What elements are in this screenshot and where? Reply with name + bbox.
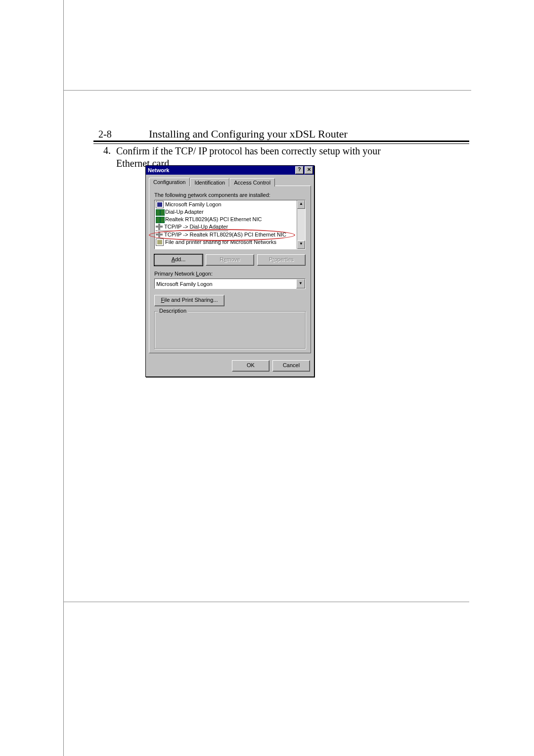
btn-label: dd... [175,256,185,262]
list-item-label: Microsoft Family Logon [165,201,222,208]
list-item-label: TCP/IP -> Realtek RTL8029(AS) PCI Ethern… [164,231,286,238]
label-text: Primary Network [154,271,196,277]
header-rule-thin [93,143,469,144]
client-icon [156,201,164,208]
components-listbox[interactable]: Microsoft Family Logon Dial-Up Adapter R… [154,200,306,249]
scroll-down-button[interactable]: ▼ [297,240,305,249]
groupbox-title: Description [158,308,188,314]
chevron-down-icon[interactable]: ▼ [296,279,305,288]
btn-label: Properties [269,256,294,262]
list-item[interactable]: Microsoft Family Logon [156,201,296,208]
description-groupbox: Description [154,311,306,349]
page-number: 2-8 [98,129,112,140]
listbox-inner: Microsoft Family Logon Dial-Up Adapter R… [155,200,297,249]
list-item[interactable]: Realtek RTL8029(AS) PCI Ethernet NIC [156,216,296,223]
add-button[interactable]: Add... [154,254,203,266]
list-item[interactable]: Dial-Up Adapter [156,208,296,216]
tab-panel-configuration: The following network components are ins… [149,186,311,353]
label-text: The following [154,192,188,198]
file-print-sharing-button[interactable]: File and Print Sharing... [154,295,224,306]
protocol-icon [156,224,163,230]
help-button[interactable]: ? [295,166,304,174]
adapter-icon [156,209,164,215]
page-header: Installing and Configuring your xDSL Rou… [149,128,348,141]
components-button-row: Add... Remove Properties [154,254,306,266]
primary-logon-combo[interactable]: Microsoft Family Logon ▼ [154,279,306,289]
tab-access-control[interactable]: Access Control [229,178,275,187]
dialog-bottom-buttons: OK Cancel [146,356,314,377]
list-item-label: Dial-Up Adapter [165,208,204,216]
cancel-button[interactable]: Cancel [272,360,310,372]
listbox-scrollbar[interactable]: ▲ ▼ [297,200,305,249]
list-item[interactable]: File and printer sharing for Microsoft N… [156,238,296,246]
service-icon [156,238,164,246]
remove-button: Remove [206,254,254,266]
dialog-title: Network [148,166,169,175]
btn-label: ile and Print Sharing... [164,297,218,303]
scroll-up-button[interactable]: ▲ [297,200,305,209]
tab-identification[interactable]: Identification [190,178,229,187]
list-item-label: Realtek RTL8029(AS) PCI Ethernet NIC [165,216,262,223]
tab-strip: Configuration Identification Access Cont… [149,177,311,186]
list-item-label: TCP/IP -> Dial-Up Adapter [164,223,228,231]
primary-logon-label: Primary Network Logon: [154,271,306,277]
protocol-icon [156,232,163,238]
step-number: 4. [103,145,111,156]
btn-label: Remove [220,256,240,262]
label-text: ogon: [199,271,213,277]
ok-button[interactable]: OK [232,360,269,372]
list-item-label: File and printer sharing for Microsoft N… [165,238,276,246]
components-label: The following network components are ins… [154,192,306,198]
document-page: 2-8 Installing and Configuring your xDSL… [63,0,469,756]
label-text: etwork components are installed: [191,192,270,198]
list-item[interactable]: TCP/IP -> Dial-Up Adapter [156,223,228,231]
list-item[interactable]: TCP/IP -> Realtek RTL8029(AS) PCI Ethern… [156,231,296,238]
dialog-titlebar[interactable]: Network ? ✕ [146,166,314,175]
close-button[interactable]: ✕ [305,166,313,174]
combo-value: Microsoft Family Logon [156,281,213,287]
footer-rule [64,602,469,602]
properties-button: Properties [257,254,306,266]
header-rule-thick [93,141,469,142]
tab-configuration[interactable]: Configuration [149,178,190,186]
btn-accel: A [172,256,175,262]
adapter-icon [156,217,164,222]
network-dialog: Network ? ✕ Configuration Identification… [145,165,314,377]
